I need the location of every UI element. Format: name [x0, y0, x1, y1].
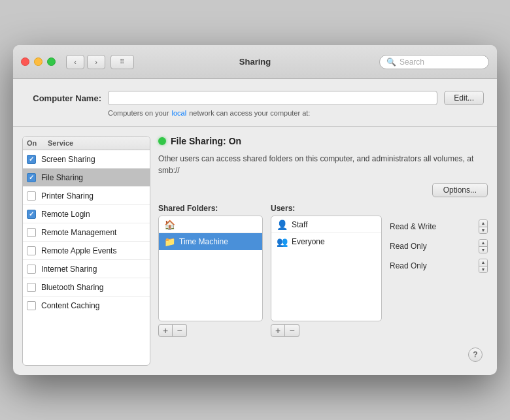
help-row: ? [158, 344, 488, 366]
perm-text-0: Read & Write [390, 222, 476, 231]
checkbox-printer-sharing[interactable] [27, 191, 36, 201]
checkbox-remote-login[interactable] [27, 210, 36, 219]
close-button[interactable] [21, 57, 29, 66]
checkbox-internet-sharing[interactable] [27, 265, 36, 274]
service-item-bluetooth-sharing[interactable]: Bluetooth Sharing [23, 278, 150, 297]
service-list: On Service Screen Sharing File Sharing P… [22, 136, 150, 366]
computer-name-section: Computer Name: Edit... Computers on your… [13, 79, 497, 127]
user-item-everyone[interactable]: 👥 Everyone [271, 233, 381, 250]
shared-folders-list: 🏠 📁 Time Machine [158, 216, 263, 321]
shared-folders-col: Shared Folders: 🏠 📁 Time Machine + [158, 204, 263, 337]
user-icon: 👤 [277, 219, 288, 230]
checkbox-remote-apple-events[interactable] [27, 246, 36, 255]
checkbox-screen-sharing[interactable] [27, 155, 36, 164]
header-service: Service [48, 139, 146, 147]
checkbox-bluetooth-sharing[interactable] [27, 283, 36, 292]
service-description: Other users can access shared folders on… [158, 153, 488, 176]
perm-text-1: Read Only [390, 242, 476, 251]
group-icon: 👥 [277, 236, 288, 247]
service-name-file-sharing: File Sharing [41, 173, 83, 182]
perm-up-2[interactable]: ▲ [479, 259, 487, 267]
perm-down-0[interactable]: ▼ [479, 227, 487, 234]
service-item-screen-sharing[interactable]: Screen Sharing [23, 150, 150, 169]
edit-button[interactable]: Edit... [444, 91, 484, 105]
titlebar: ‹ › ⠿ Sharing 🔍 Search [13, 45, 497, 79]
maximize-button[interactable] [47, 57, 56, 66]
perm-row-2: Read Only ▲ ▼ [390, 256, 488, 276]
computer-name-input[interactable] [108, 91, 437, 105]
service-item-internet-sharing[interactable]: Internet Sharing [23, 260, 150, 278]
permissions-col: Read & Write ▲ ▼ Read Only ▲ ▼ [390, 204, 488, 337]
folders-pm-row: + − [158, 324, 263, 337]
back-button[interactable]: ‹ [66, 55, 84, 69]
perm-row-0: Read & Write ▲ ▼ [390, 217, 488, 236]
service-status: File Sharing: On [158, 136, 488, 146]
local-network-link[interactable]: local [172, 109, 187, 117]
forward-button[interactable]: › [87, 55, 105, 69]
user-name-everyone: Everyone [292, 237, 325, 246]
perm-up-1[interactable]: ▲ [479, 240, 487, 247]
service-name-remote-management: Remote Management [41, 228, 116, 237]
service-item-remote-apple-events[interactable]: Remote Apple Events [23, 242, 150, 260]
folder-item-home[interactable]: 🏠 [159, 216, 262, 233]
status-dot [158, 137, 166, 145]
options-btn-row: Options... [158, 183, 488, 197]
search-box[interactable]: 🔍 Search [379, 55, 489, 69]
folder-name-time-machine: Time Machine [179, 237, 228, 246]
service-item-remote-login[interactable]: Remote Login [23, 205, 150, 223]
service-item-printer-sharing[interactable]: Printer Sharing [23, 187, 150, 205]
window-title: Sharing [239, 57, 271, 67]
shared-folders-label: Shared Folders: [158, 204, 263, 213]
perm-row-1: Read Only ▲ ▼ [390, 236, 488, 256]
subtext-prefix: Computers on your [108, 109, 169, 117]
users-col: Users: 👤 Staff 👥 Everyone + − [271, 204, 382, 337]
folders-users-area: Shared Folders: 🏠 📁 Time Machine + [158, 204, 488, 337]
service-status-text: File Sharing: On [171, 136, 241, 146]
perm-down-1[interactable]: ▼ [479, 247, 487, 253]
minimize-button[interactable] [34, 57, 42, 66]
folder-icon: 📁 [164, 236, 175, 247]
checkbox-remote-management[interactable] [27, 228, 36, 237]
home-icon: 🏠 [164, 219, 175, 230]
user-name-staff: Staff [292, 220, 307, 229]
user-item-staff[interactable]: 👤 Staff [271, 216, 381, 233]
remove-user-button[interactable]: − [285, 324, 299, 337]
checkbox-file-sharing[interactable] [27, 173, 36, 182]
grid-button[interactable]: ⠿ [110, 55, 134, 69]
users-pm-row: + − [271, 324, 382, 337]
users-list: 👤 Staff 👥 Everyone [271, 216, 382, 321]
computer-name-subtext: Computers on your local network can acce… [108, 109, 484, 117]
checkbox-content-caching[interactable] [27, 301, 36, 310]
perm-stepper-2[interactable]: ▲ ▼ [479, 259, 488, 273]
computer-name-label: Computer Name: [26, 93, 101, 103]
service-list-header: On Service [23, 137, 150, 150]
right-panel: File Sharing: On Other users can access … [158, 136, 488, 366]
service-name-remote-login: Remote Login [41, 210, 90, 219]
nav-buttons: ‹ › [66, 55, 105, 69]
folder-item-time-machine[interactable]: 📁 Time Machine [159, 233, 262, 250]
help-button[interactable]: ? [468, 347, 483, 362]
perm-up-0[interactable]: ▲ [479, 220, 487, 227]
service-name-remote-apple-events: Remote Apple Events [41, 246, 116, 255]
service-item-remote-management[interactable]: Remote Management [23, 223, 150, 242]
service-item-content-caching[interactable]: Content Caching [23, 297, 150, 315]
add-folder-button[interactable]: + [158, 324, 173, 337]
service-item-file-sharing[interactable]: File Sharing [23, 169, 150, 187]
service-name-printer-sharing: Printer Sharing [41, 191, 94, 201]
traffic-lights [21, 57, 56, 66]
remove-folder-button[interactable]: − [173, 324, 187, 337]
service-name-screen-sharing: Screen Sharing [41, 155, 95, 164]
perm-down-2[interactable]: ▼ [479, 267, 487, 273]
service-name-internet-sharing: Internet Sharing [41, 265, 97, 274]
subtext-suffix: network can access your computer at: [189, 109, 310, 117]
users-label: Users: [271, 204, 382, 213]
options-button[interactable]: Options... [432, 183, 488, 197]
search-icon: 🔍 [386, 57, 396, 67]
add-user-button[interactable]: + [271, 324, 285, 337]
service-name-bluetooth-sharing: Bluetooth Sharing [41, 283, 103, 292]
perm-text-2: Read Only [390, 261, 476, 270]
perm-stepper-0[interactable]: ▲ ▼ [479, 219, 488, 234]
search-input[interactable]: Search [400, 57, 424, 67]
perm-stepper-1[interactable]: ▲ ▼ [479, 239, 488, 253]
header-on: On [27, 139, 48, 147]
